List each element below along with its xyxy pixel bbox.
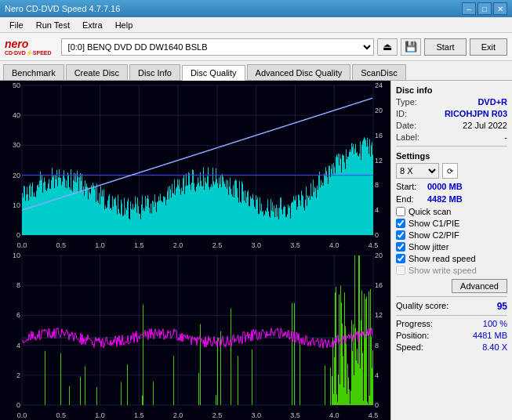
maximize-button[interactable]: □ [478, 2, 492, 15]
start-button[interactable]: Start [424, 38, 466, 56]
eject-button[interactable]: ⏏ [377, 38, 398, 56]
menu-file[interactable]: File [3, 19, 30, 31]
minimize-button[interactable]: – [462, 2, 476, 15]
write-speed-checkbox[interactable] [396, 266, 405, 275]
write-speed-label: Show write speed [409, 266, 477, 275]
disc-label-val: - [504, 132, 507, 142]
disc-date-val: 22 Jul 2022 [463, 121, 507, 130]
jitter-checkbox[interactable] [396, 242, 405, 252]
speed-prog-value: 8.40 X [482, 342, 507, 352]
c2pif-row: Show C2/PIF [396, 230, 507, 240]
menu-run-test[interactable]: Run Test [30, 19, 76, 31]
disc-label-row: Label: - [396, 132, 507, 142]
save-button[interactable]: 💾 [401, 38, 421, 56]
menu-extra[interactable]: Extra [76, 19, 109, 31]
disc-info-label: Disc info [396, 85, 507, 95]
toolbar: nero CD·DVD⚡SPEED [0:0] BENQ DVD DD DW16… [0, 33, 512, 61]
progress-row: Progress: 100 % [396, 319, 507, 328]
c1pie-checkbox[interactable] [396, 219, 405, 228]
speed-row-prog: Speed: 8.40 X [396, 342, 507, 352]
start-mb-label: Start: [396, 182, 426, 191]
nero-logo: nero CD·DVD⚡SPEED [5, 38, 52, 56]
position-value: 4481 MB [473, 331, 507, 340]
quick-scan-checkbox[interactable] [396, 207, 405, 216]
speed-prog-label: Speed: [396, 342, 423, 352]
speed-row: 8 X 4 X 6 X 12 X 16 X Max ⟳ [396, 163, 507, 179]
quality-score-value: 95 [497, 301, 507, 312]
window-title: Nero CD-DVD Speed 4.7.7.16 [5, 4, 120, 13]
window-controls: – □ ✕ [462, 2, 507, 15]
drive-selector[interactable]: [0:0] BENQ DVD DD DW1640 BSLB [61, 38, 375, 56]
progress-label: Progress: [396, 319, 433, 328]
c1pie-row: Show C1/PIE [396, 219, 507, 228]
divider-2 [396, 296, 507, 297]
disc-id-val: RICOHJPN R03 [445, 109, 507, 118]
quality-score-row: Quality score: 95 [396, 301, 507, 312]
disc-label-key: Label: [396, 132, 419, 142]
tab-disc-quality[interactable]: Disc Quality [182, 65, 245, 81]
title-bar: Nero CD-DVD Speed 4.7.7.16 – □ ✕ [0, 0, 512, 17]
quick-scan-label: Quick scan [409, 207, 451, 216]
top-chart [0, 81, 390, 251]
tab-bar: Benchmark Create Disc Disc Info Disc Qua… [0, 61, 512, 81]
advanced-button[interactable]: Advanced [452, 279, 507, 293]
position-row: Position: 4481 MB [396, 331, 507, 340]
start-mb-val: 0000 MB [427, 182, 463, 191]
exit-button[interactable]: Exit [470, 38, 507, 56]
disc-type-key: Type: [396, 97, 417, 107]
read-speed-row: Show read speed [396, 254, 507, 263]
jitter-label: Show jitter [409, 242, 448, 252]
start-mb-row: Start: 0000 MB [396, 182, 507, 191]
quick-scan-row: Quick scan [396, 207, 507, 216]
progress-value: 100 % [483, 319, 507, 328]
menu-help[interactable]: Help [109, 19, 140, 31]
position-label: Position: [396, 331, 429, 340]
speed-selector[interactable]: 8 X 4 X 6 X 12 X 16 X Max [396, 163, 439, 179]
write-speed-row: Show write speed [396, 266, 507, 275]
read-speed-checkbox[interactable] [396, 254, 405, 263]
tab-advanced-disc-quality[interactable]: Advanced Disc Quality [247, 64, 351, 80]
right-panel: Disc info Type: DVD+R ID: RICOHJPN R03 D… [390, 81, 512, 420]
end-mb-row: End: 4482 MB [396, 194, 507, 204]
tab-scandisc[interactable]: ScanDisc [352, 64, 405, 80]
jitter-row: Show jitter [396, 242, 507, 252]
menu-bar: File Run Test Extra Help [0, 17, 512, 33]
speed-icon-btn[interactable]: ⟳ [442, 163, 458, 179]
bottom-chart [0, 251, 390, 420]
c2pif-label: Show C2/PIF [409, 230, 459, 240]
tab-create-disc[interactable]: Create Disc [66, 64, 128, 80]
disc-type-val: DVD+R [478, 97, 507, 107]
disc-id-key: ID: [396, 109, 407, 118]
end-mb-label: End: [396, 194, 426, 204]
divider-1 [396, 146, 507, 147]
main-content: Disc info Type: DVD+R ID: RICOHJPN R03 D… [0, 81, 512, 420]
tab-benchmark[interactable]: Benchmark [3, 64, 64, 80]
disc-date-key: Date: [396, 121, 416, 130]
end-mb-val: 4482 MB [427, 194, 463, 204]
close-button[interactable]: ✕ [493, 2, 507, 15]
quality-score-label: Quality score: [396, 301, 448, 312]
nero-sub: CD·DVD⚡SPEED [5, 50, 52, 56]
disc-id-row: ID: RICOHJPN R03 [396, 109, 507, 118]
c2pif-checkbox[interactable] [396, 230, 405, 240]
read-speed-label: Show read speed [409, 254, 476, 263]
c1pie-label: Show C1/PIE [409, 219, 459, 228]
settings-label: Settings [396, 151, 507, 161]
disc-date-row: Date: 22 Jul 2022 [396, 121, 507, 130]
tab-disc-info[interactable]: Disc Info [129, 64, 180, 80]
nero-brand: nero [5, 38, 52, 50]
divider-3 [396, 315, 507, 316]
disc-type-row: Type: DVD+R [396, 97, 507, 107]
